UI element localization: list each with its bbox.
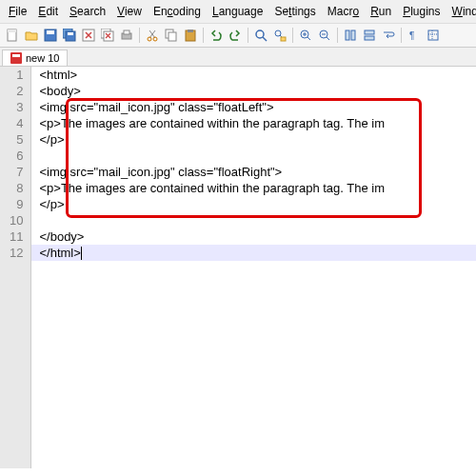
menu-settings[interactable]: Settings xyxy=(269,3,320,20)
menu-edit[interactable]: Edit xyxy=(33,3,63,20)
toolbar: ¶ xyxy=(0,24,476,48)
sync-v-icon[interactable] xyxy=(342,27,359,44)
menu-language[interactable]: Language xyxy=(208,3,268,20)
print-icon[interactable] xyxy=(118,27,135,44)
code-editor[interactable]: 123456789101112 <html><body><img src="ma… xyxy=(0,67,476,468)
svg-rect-20 xyxy=(281,37,286,41)
code-line[interactable]: <img src="mail_icon.jpg" class="floatRig… xyxy=(39,164,476,180)
svg-rect-25 xyxy=(365,30,374,34)
svg-rect-28 xyxy=(428,30,438,40)
find-icon[interactable] xyxy=(252,27,269,44)
svg-rect-23 xyxy=(346,30,349,40)
menu-file[interactable]: File xyxy=(4,3,31,20)
replace-icon[interactable] xyxy=(271,27,288,44)
svg-rect-11 xyxy=(124,30,129,34)
indent-guide-icon[interactable] xyxy=(425,27,442,44)
file-tab[interactable]: new 10 xyxy=(2,50,68,66)
separator xyxy=(337,28,338,43)
code-line[interactable]: </p> xyxy=(39,131,476,148)
code-line[interactable] xyxy=(39,148,476,164)
separator xyxy=(248,28,248,43)
code-line[interactable] xyxy=(39,212,476,228)
save-icon[interactable] xyxy=(42,27,59,44)
save-all-icon[interactable] xyxy=(61,27,78,44)
cut-icon[interactable] xyxy=(144,27,161,44)
paste-icon[interactable] xyxy=(182,27,199,44)
tab-label: new 10 xyxy=(26,52,59,64)
separator xyxy=(401,28,402,43)
undo-icon[interactable] xyxy=(208,27,225,44)
menu-plugins[interactable]: Plugins xyxy=(398,3,445,20)
sync-h-icon[interactable] xyxy=(361,27,378,44)
redo-icon[interactable] xyxy=(227,27,244,44)
separator xyxy=(139,28,140,43)
code-content[interactable]: <html><body><img src="mail_icon.jpg" cla… xyxy=(31,67,476,261)
code-line[interactable]: <p>The images are contained within the p… xyxy=(39,180,476,196)
svg-rect-1 xyxy=(8,30,16,32)
close-icon[interactable] xyxy=(80,27,97,44)
menu-macro[interactable]: Macro xyxy=(323,3,364,20)
menu-encoding[interactable]: Encoding xyxy=(149,3,206,20)
tab-strip: new 10 xyxy=(0,48,476,67)
new-file-icon[interactable] xyxy=(4,27,21,44)
separator xyxy=(203,28,204,43)
svg-text:¶: ¶ xyxy=(409,30,414,41)
svg-rect-15 xyxy=(169,32,176,41)
menu-window[interactable]: Window xyxy=(447,3,476,20)
code-line[interactable]: <html> xyxy=(39,67,476,83)
copy-icon[interactable] xyxy=(163,27,180,44)
menu-search[interactable]: Search xyxy=(65,3,110,20)
open-file-icon[interactable] xyxy=(23,27,40,44)
code-line[interactable]: </html> xyxy=(39,245,476,261)
code-line[interactable]: </p> xyxy=(39,196,476,212)
line-number-gutter: 123456789101112 xyxy=(0,67,31,468)
code-line[interactable]: <p>The images are contained within the p… xyxy=(39,115,476,131)
menu-run[interactable]: Run xyxy=(366,3,396,20)
svg-rect-3 xyxy=(47,30,54,34)
separator xyxy=(292,28,293,43)
show-chars-icon[interactable]: ¶ xyxy=(406,27,423,44)
svg-rect-24 xyxy=(351,30,355,40)
menubar: File Edit Search View Encoding Language … xyxy=(0,0,476,24)
svg-rect-17 xyxy=(188,30,193,32)
unsaved-icon xyxy=(10,52,22,64)
svg-rect-6 xyxy=(68,32,73,35)
zoom-out-icon[interactable] xyxy=(316,27,333,44)
svg-point-18 xyxy=(256,30,264,38)
menu-view[interactable]: View xyxy=(112,3,147,20)
wrap-icon[interactable] xyxy=(380,27,397,44)
code-line[interactable]: </body> xyxy=(39,228,476,245)
code-line[interactable]: <img src="mail_icon.jpg" class="floatLef… xyxy=(39,99,476,115)
close-all-icon[interactable] xyxy=(99,27,116,44)
zoom-in-icon[interactable] xyxy=(297,27,314,44)
svg-rect-26 xyxy=(365,36,374,40)
code-line[interactable]: <body> xyxy=(39,83,476,99)
